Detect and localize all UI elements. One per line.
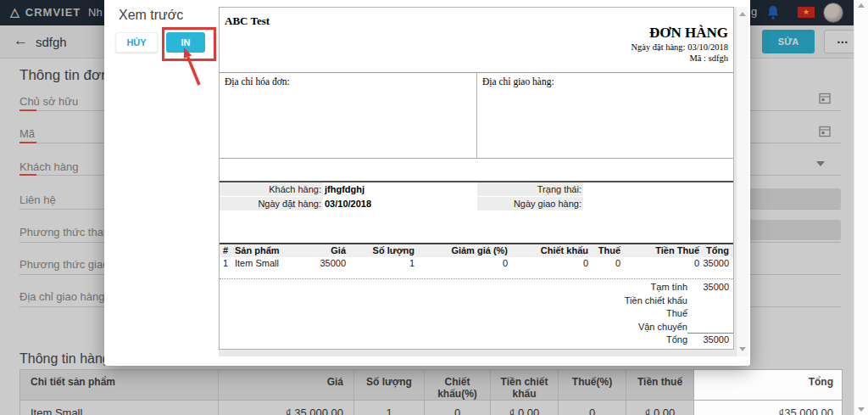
cell-total: ₫35,000.00 [694, 401, 842, 415]
d-discount-pct: 0 [415, 257, 508, 270]
address-section: Địa chỉ hóa đơn: Địa chỉ giao hàng: [220, 72, 733, 159]
customer-label: Khách hàng: [220, 182, 323, 196]
scroll-up-icon[interactable] [739, 12, 746, 16]
preview-totals: Tạm tính 35000 Tiền chiết khấu Thuế Vận … [220, 281, 733, 347]
h-price: Giá [298, 244, 346, 257]
scroll-down-icon[interactable] [739, 347, 746, 351]
h-num: # [220, 244, 235, 257]
h-tax: Thuế [588, 244, 620, 257]
d-tax-amount: 0 [620, 257, 699, 270]
order-info-block: Khách hàng: jfhgfdghj Trạng thái: Ngày đ… [220, 181, 733, 211]
d-discount: 0 [508, 257, 588, 270]
tax-total-value [687, 307, 733, 321]
tax-total-label: Thuế [220, 307, 687, 321]
shipping-total-label: Vận chuyển [220, 321, 687, 334]
order-code-line: Mã : sdfgh [631, 53, 728, 64]
delivery-date-value [583, 197, 732, 210]
status-value [583, 182, 732, 196]
h-total: Tổng [699, 244, 733, 257]
order-date-line: Ngày đặt hàng: 03/10/2018 [631, 42, 728, 53]
discount-total-label: Tiền chiết khấu [220, 294, 687, 308]
preview-scroll-area: ABC Test ĐƠN HÀNG Ngày đặt hàng: 03/10/2… [219, 7, 736, 356]
document-title: ĐƠN HÀNG [631, 25, 728, 42]
scroll-up-icon[interactable] [858, 3, 865, 8]
preview-document: ABC Test ĐƠN HÀNG Ngày đặt hàng: 03/10/2… [219, 7, 734, 350]
subtotal-value: 35000 [687, 281, 733, 294]
preview-table-header: # Sản phẩm Giá Số lượng Giảm giá (%) Chi… [220, 243, 733, 257]
order-date-value: 03/10/2018 [323, 197, 477, 210]
grand-total-label: Tổng [220, 334, 687, 347]
customer-value: jfhgfdghj [323, 182, 477, 196]
billing-address-cell: Địa chỉ hóa đơn: [220, 73, 476, 158]
grand-total-value: 35000 [687, 334, 733, 347]
shipping-total-value [687, 321, 733, 334]
h-product: Sản phẩm [235, 244, 298, 257]
preview-items-table: # Sản phẩm Giá Số lượng Giảm giá (%) Chi… [220, 243, 733, 270]
company-name: ABC Test [225, 14, 270, 28]
cancel-button[interactable]: HỦY [115, 32, 158, 53]
totals-divider [220, 278, 733, 279]
discount-total-value [687, 294, 733, 308]
subtotal-label: Tạm tính [220, 281, 687, 294]
h-tax-amount: Tiền Thuế [620, 244, 699, 257]
d-total: 35000 [699, 257, 733, 270]
d-product: Item Small [235, 257, 298, 270]
d-tax: 0 [588, 257, 620, 270]
h-quantity: Số lượng [346, 244, 415, 257]
d-quantity: 1 [346, 257, 415, 270]
status-label: Trạng thái: [477, 182, 583, 196]
delivery-date-label: Ngày giao hàng: [477, 197, 583, 210]
page-scrollbar[interactable] [854, 0, 868, 415]
annotation-arrow [174, 41, 208, 90]
h-discount-pct: Giảm giá (%) [415, 244, 508, 257]
d-price: 35000 [298, 257, 346, 270]
shipping-address-cell: Địa chỉ giao hàng: [476, 73, 733, 158]
document-header-right: ĐƠN HÀNG Ngày đặt hàng: 03/10/2018 Mã : … [631, 25, 728, 64]
preview-scrollbar[interactable] [736, 7, 748, 356]
d-num: 1 [220, 257, 235, 270]
print-preview-modal: Xem trước HỦY IN ABC Test ĐƠN HÀNG Ngày … [104, 0, 750, 366]
scroll-down-icon[interactable] [858, 407, 865, 412]
modal-title: Xem trước [119, 8, 183, 23]
h-discount: Chiết khấu [508, 244, 588, 257]
preview-table-row: 1 Item Small 35000 1 0 0 0 0 35000 [220, 257, 733, 270]
order-date-label: Ngày đặt hàng: [220, 197, 323, 210]
app-screen: △ CRMVIET Nh g ★ ← sdfgh SỬA ⋯ Thông tin… [0, 0, 868, 415]
col-header-total: Tổng [694, 370, 842, 400]
